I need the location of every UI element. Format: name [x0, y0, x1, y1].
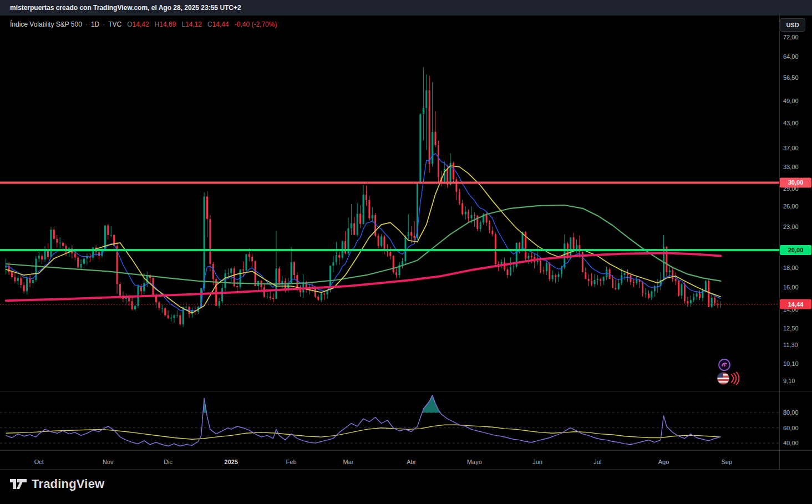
currency-button[interactable]: USD: [780, 18, 805, 32]
tradingview-logo[interactable]: TradingView: [10, 477, 104, 491]
price-axis[interactable]: [779, 16, 812, 469]
attribution-bar: misterpuertas creado con TradingView.com…: [0, 0, 812, 16]
legend-separator-2: ·: [103, 21, 105, 28]
high-label: H: [155, 21, 160, 28]
price-pane[interactable]: [0, 16, 779, 391]
logo-text: TradingView: [32, 477, 104, 491]
open-label: O: [127, 21, 132, 28]
interval-label: 1D: [91, 21, 99, 28]
close-group: C14,44: [207, 21, 229, 28]
low-group: L14,12: [181, 21, 202, 28]
change-value: -0,40 (-2,70%): [235, 21, 277, 28]
open-value: 14,42: [133, 21, 149, 28]
low-label: L: [181, 21, 185, 28]
high-group: H14,69: [155, 21, 176, 28]
close-value: 14,44: [212, 21, 229, 28]
legend-separator: ·: [85, 21, 88, 28]
gauge-lightning-icon: [718, 358, 731, 371]
symbol-legend[interactable]: Índice Volatility S&P 500 · 1D · TVC O14…: [10, 21, 277, 28]
us-flag-waves-icon: [716, 371, 742, 386]
attribution-text: misterpuertas creado con TradingView.com…: [10, 4, 241, 12]
oscillator-pane[interactable]: [0, 391, 779, 451]
tradingview-mark-icon: [10, 477, 27, 491]
high-value: 14,69: [159, 21, 176, 28]
close-label: C: [207, 21, 212, 28]
low-value: 14,12: [185, 21, 202, 28]
open-group: O14,42: [127, 21, 149, 28]
us-flag-waves-badge[interactable]: [716, 371, 742, 388]
time-axis[interactable]: [0, 451, 779, 469]
symbol-title: Índice Volatility S&P 500: [10, 21, 82, 28]
exchange-label: TVC: [108, 21, 121, 28]
